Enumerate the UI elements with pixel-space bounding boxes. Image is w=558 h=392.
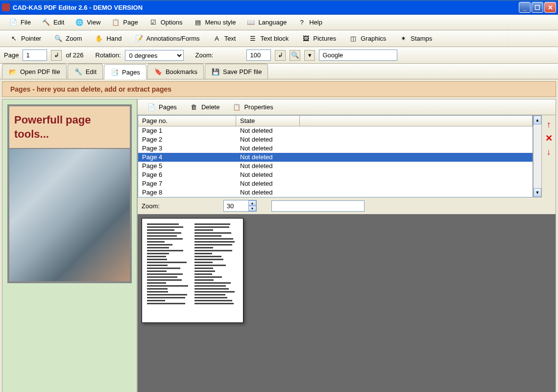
promo-image <box>9 149 130 281</box>
cell-state: Not deleted <box>236 179 533 188</box>
header-state[interactable]: State <box>236 116 300 126</box>
vertical-scrollbar[interactable]: ▲ ▼ <box>533 115 542 197</box>
menu-label: Edit <box>53 19 64 26</box>
table-row[interactable]: Page 8Not deleted <box>138 188 533 197</box>
promo-text: Powerfull page tools... <box>9 106 130 149</box>
hand-icon: ✋ <box>95 34 103 43</box>
pointer-icon: ↖ <box>9 34 18 43</box>
edit-tab-icon: 🔧 <box>74 67 83 76</box>
table-row[interactable]: Page 4Not deleted <box>138 153 533 162</box>
pages-tool-label: Delete <box>201 103 220 111</box>
tab-label: Edit <box>86 68 97 75</box>
menu-page[interactable]: 📋Page <box>106 16 143 29</box>
remove-button[interactable]: ✕ <box>544 134 553 143</box>
cell-pageno: Page 2 <box>138 135 236 144</box>
tab-bookmarks[interactable]: 🔖Bookmarks <box>147 64 204 79</box>
search-dropdown-button[interactable]: ▾ <box>304 50 315 61</box>
table-row[interactable]: Page 1Not deleted <box>138 126 533 135</box>
page-go-button[interactable]: ↲ <box>51 50 62 61</box>
preview-area <box>138 214 556 392</box>
pages-tool-pages[interactable]: 📄Pages <box>142 100 182 114</box>
preview-page-thumbnail[interactable] <box>142 218 243 323</box>
cell-state: Not deleted <box>236 162 533 171</box>
tool-annotations-forms[interactable]: 📝Annotations/Forms <box>129 32 205 46</box>
maximize-button[interactable]: ☐ <box>532 2 543 13</box>
tab-save-pdf-file[interactable]: 💾Save PDF file <box>205 64 268 79</box>
zoom-spin-down[interactable]: ▼ <box>248 206 256 211</box>
scroll-down-button[interactable]: ▼ <box>534 188 541 197</box>
tab-label: Bookmarks <box>166 68 197 75</box>
table-row[interactable]: Page 3Not deleted <box>138 144 533 153</box>
tool-graphics[interactable]: ◫Graphics <box>343 32 391 46</box>
window-title: CAD-KAS PDF Editor 2.6 - DEMO VERSION <box>13 4 519 11</box>
rotation-select[interactable]: 0 degrees <box>125 50 184 61</box>
zoom-go-button[interactable]: ↲ <box>275 50 286 61</box>
help-icon: ? <box>297 18 306 27</box>
page-label: Page <box>4 51 19 59</box>
cell-pageno: Page 8 <box>138 188 236 197</box>
tool-text[interactable]: AText <box>207 32 242 46</box>
zoom-spin-up[interactable]: ▲ <box>248 200 256 206</box>
menu-label: Language <box>258 19 287 26</box>
tab-label: Save PDF file <box>223 68 262 75</box>
options-icon: ☑ <box>149 18 158 27</box>
bookmarks-icon: 🔖 <box>154 67 163 76</box>
table-row[interactable]: Page 2Not deleted <box>138 135 533 144</box>
cell-pageno: Page 5 <box>138 162 236 171</box>
menu-label: Menu style <box>205 19 236 26</box>
tab-label: Pages <box>122 69 140 76</box>
pages-tool-delete[interactable]: 🗑Delete <box>184 100 225 114</box>
table-row[interactable]: Page 6Not deleted <box>138 171 533 179</box>
menu-file[interactable]: 📄File <box>4 16 36 29</box>
page-input[interactable] <box>23 49 47 61</box>
menu-view[interactable]: 🌐View <box>70 16 105 29</box>
tool-zoom[interactable]: 🔍Zoom <box>49 32 87 46</box>
scroll-up-button[interactable]: ▲ <box>534 116 541 124</box>
zoom-spinner[interactable]: ▲ ▼ <box>223 200 257 212</box>
cell-pageno: Page 3 <box>138 144 236 153</box>
table-row[interactable]: Page 5Not deleted <box>138 162 533 171</box>
header-pageno[interactable]: Page no. <box>138 116 236 126</box>
search-input[interactable] <box>319 49 397 61</box>
tool-pictures[interactable]: 🖼Pictures <box>296 32 341 46</box>
zoom-extra-input[interactable] <box>271 200 364 212</box>
menu-options[interactable]: ☑Options <box>144 16 188 29</box>
zoom-icon: 🔍 <box>54 34 63 43</box>
scroll-track[interactable] <box>534 124 541 188</box>
tab-edit[interactable]: 🔧Edit <box>68 64 103 79</box>
promo-box: Powerfull page tools... <box>7 104 132 283</box>
pages-toolbar: 📄Pages🗑Delete📋Properties <box>138 99 556 115</box>
page-total-label: of 226 <box>66 51 83 59</box>
menu-help[interactable]: ?Help <box>292 16 327 29</box>
minimize-button[interactable]: _ <box>519 2 531 13</box>
zoom-input[interactable] <box>246 49 271 61</box>
text-icon: A <box>213 34 221 43</box>
header-empty <box>300 116 533 126</box>
move-up-button[interactable]: ↑ <box>544 120 553 129</box>
titlebar: CAD-KAS PDF Editor 2.6 - DEMO VERSION _ … <box>0 0 558 15</box>
tool-label: Pointer <box>21 35 41 42</box>
page-icon: 📋 <box>111 18 120 27</box>
zoom-spinner-input[interactable] <box>224 200 248 211</box>
tool-label: Annotations/Forms <box>146 35 200 42</box>
tool-label: Zoom <box>66 35 82 42</box>
tool-text-block[interactable]: ☰Text block <box>243 32 294 46</box>
search-engine-button[interactable]: 🔍 <box>290 50 300 61</box>
save-icon: 💾 <box>211 67 220 76</box>
tool-stamps[interactable]: ✶Stamps <box>393 32 437 46</box>
table-row[interactable]: Page 7Not deleted <box>138 179 533 188</box>
tool-pointer[interactable]: ↖Pointer <box>4 32 47 46</box>
close-button[interactable]: ✕ <box>544 2 556 13</box>
tab-pages[interactable]: 📑Pages <box>104 64 146 79</box>
move-down-button[interactable]: ↓ <box>544 147 553 156</box>
tool-label: Stamps <box>411 35 432 42</box>
tool-hand[interactable]: ✋Hand <box>89 32 127 46</box>
menu-menu-style[interactable]: ▤Menu style <box>189 16 241 29</box>
menustyle-icon: ▤ <box>194 18 202 27</box>
pages-tool-properties[interactable]: 📋Properties <box>227 100 278 114</box>
cell-pageno: Page 7 <box>138 179 236 188</box>
menu-language[interactable]: 📖Language <box>242 16 291 29</box>
menu-edit[interactable]: 🔨Edit <box>37 16 69 29</box>
tab-open-pdf-file[interactable]: 📂Open PDF file <box>2 64 67 79</box>
menu-label: Options <box>161 19 183 26</box>
